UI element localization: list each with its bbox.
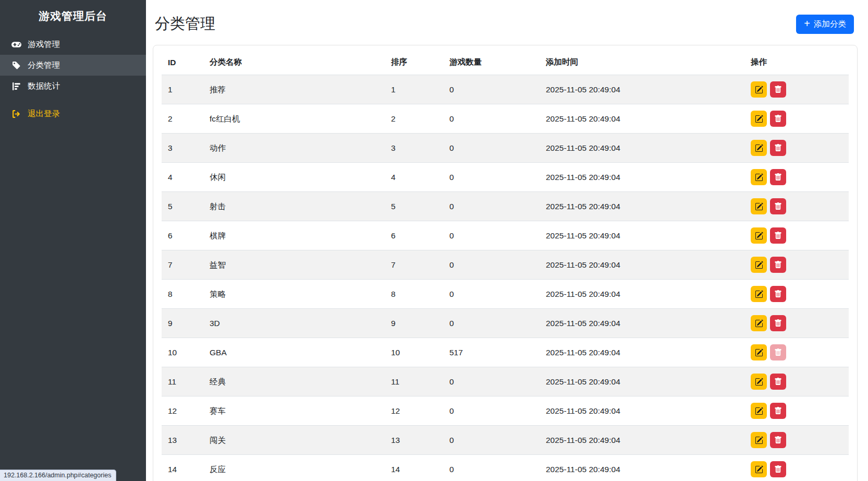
sidebar-item-categories[interactable]: 分类管理 <box>0 55 146 76</box>
cell-time: 2025-11-05 20:49:04 <box>540 250 744 280</box>
table-row: 3动作302025-11-05 20:49:04 <box>162 134 849 163</box>
delete-button[interactable] <box>770 111 786 127</box>
page-title: 分类管理 <box>155 14 215 34</box>
delete-button[interactable] <box>770 227 786 244</box>
table-row: 7益智702025-11-05 20:49:04 <box>162 250 849 280</box>
col-header-name: 分类名称 <box>203 50 385 75</box>
cell-time: 2025-11-05 20:49:04 <box>540 426 744 455</box>
edit-button[interactable] <box>751 315 767 331</box>
cell-name: 经典 <box>203 367 385 396</box>
cell-sort: 14 <box>385 455 443 481</box>
cell-count: 517 <box>443 338 540 367</box>
trash-icon <box>774 436 782 444</box>
cell-actions <box>744 426 849 455</box>
cell-sort: 8 <box>385 280 443 309</box>
edit-button[interactable] <box>751 286 767 302</box>
edit-icon <box>755 115 763 123</box>
edit-icon <box>755 86 763 94</box>
sidebar-item-stats[interactable]: 数据统计 <box>0 76 146 97</box>
cell-time: 2025-11-05 20:49:04 <box>540 221 744 250</box>
cell-count: 0 <box>443 250 540 280</box>
cell-time: 2025-11-05 20:49:04 <box>540 455 744 481</box>
cell-time: 2025-11-05 20:49:04 <box>540 367 744 396</box>
table-row: 10GBA105172025-11-05 20:49:04 <box>162 338 849 367</box>
delete-button[interactable] <box>770 374 786 390</box>
sidebar-item-label: 游戏管理 <box>28 39 60 50</box>
delete-button[interactable] <box>770 461 786 477</box>
sidebar-item-games[interactable]: 游戏管理 <box>0 34 146 55</box>
add-category-button[interactable]: + 添加分类 <box>796 15 854 34</box>
cell-name: 动作 <box>203 134 385 163</box>
delete-button[interactable] <box>770 169 786 185</box>
cell-id: 10 <box>162 338 203 367</box>
edit-button[interactable] <box>751 344 767 360</box>
trash-icon <box>774 407 782 415</box>
sidebar-item-logout[interactable]: 退出登录 <box>0 103 146 124</box>
trash-icon <box>774 465 782 473</box>
delete-button[interactable] <box>770 432 786 448</box>
cell-sort: 10 <box>385 338 443 367</box>
categories-table: ID 分类名称 排序 游戏数量 添加时间 操作 1推荐102025-11-05 … <box>162 50 849 481</box>
edit-button[interactable] <box>751 403 767 419</box>
delete-button[interactable] <box>770 81 786 98</box>
trash-icon <box>774 290 782 298</box>
cell-name: GBA <box>203 338 385 367</box>
table-row: 8策略802025-11-05 20:49:04 <box>162 280 849 309</box>
edit-icon <box>755 436 763 444</box>
edit-button[interactable] <box>751 198 767 214</box>
edit-button[interactable] <box>751 461 767 477</box>
edit-button[interactable] <box>751 432 767 448</box>
cell-id: 12 <box>162 396 203 426</box>
cell-count: 0 <box>443 221 540 250</box>
cell-time: 2025-11-05 20:49:04 <box>540 104 744 134</box>
add-category-label: 添加分类 <box>814 19 846 30</box>
cell-count: 0 <box>443 455 540 481</box>
table-row: 12赛车1202025-11-05 20:49:04 <box>162 396 849 426</box>
cell-id: 11 <box>162 367 203 396</box>
table-row: 11经典1102025-11-05 20:49:04 <box>162 367 849 396</box>
cell-id: 7 <box>162 250 203 280</box>
cell-actions <box>744 221 849 250</box>
cell-id: 3 <box>162 134 203 163</box>
delete-button[interactable] <box>770 403 786 419</box>
edit-button[interactable] <box>751 111 767 127</box>
sidebar-item-label: 退出登录 <box>28 109 60 119</box>
delete-button[interactable] <box>770 257 786 273</box>
cell-id: 1 <box>162 75 203 104</box>
table-header-row: ID 分类名称 排序 游戏数量 添加时间 操作 <box>162 50 849 75</box>
edit-button[interactable] <box>751 140 767 156</box>
edit-button[interactable] <box>751 257 767 273</box>
edit-icon <box>755 378 763 386</box>
cell-name: 休闲 <box>203 163 385 192</box>
edit-button[interactable] <box>751 227 767 244</box>
col-header-sort: 排序 <box>385 50 443 75</box>
cell-name: 射击 <box>203 192 385 221</box>
edit-button[interactable] <box>751 169 767 185</box>
cell-sort: 3 <box>385 134 443 163</box>
cell-sort: 12 <box>385 396 443 426</box>
table-row: 13闯关1302025-11-05 20:49:04 <box>162 426 849 455</box>
edit-icon <box>755 290 763 298</box>
cell-count: 0 <box>443 280 540 309</box>
delete-button[interactable] <box>770 315 786 331</box>
cell-actions <box>744 309 849 338</box>
edit-button[interactable] <box>751 81 767 98</box>
delete-button[interactable] <box>770 198 786 214</box>
edit-icon <box>755 465 763 474</box>
edit-icon <box>755 232 763 240</box>
bar-chart-icon <box>11 82 21 91</box>
table-row: 14反应1402025-11-05 20:49:04 <box>162 455 849 481</box>
edit-icon <box>755 261 763 269</box>
categories-card: ID 分类名称 排序 游戏数量 添加时间 操作 1推荐102025-11-05 … <box>153 45 858 481</box>
edit-button[interactable] <box>751 374 767 390</box>
delete-button[interactable] <box>770 286 786 302</box>
table-row: 1推荐102025-11-05 20:49:04 <box>162 75 849 104</box>
trash-icon <box>774 232 782 239</box>
sidebar-item-label: 数据统计 <box>28 81 60 92</box>
cell-name: 益智 <box>203 250 385 280</box>
col-header-time: 添加时间 <box>540 50 744 75</box>
cell-id: 14 <box>162 455 203 481</box>
col-header-count: 游戏数量 <box>443 50 540 75</box>
delete-button[interactable] <box>770 140 786 156</box>
cell-id: 5 <box>162 192 203 221</box>
